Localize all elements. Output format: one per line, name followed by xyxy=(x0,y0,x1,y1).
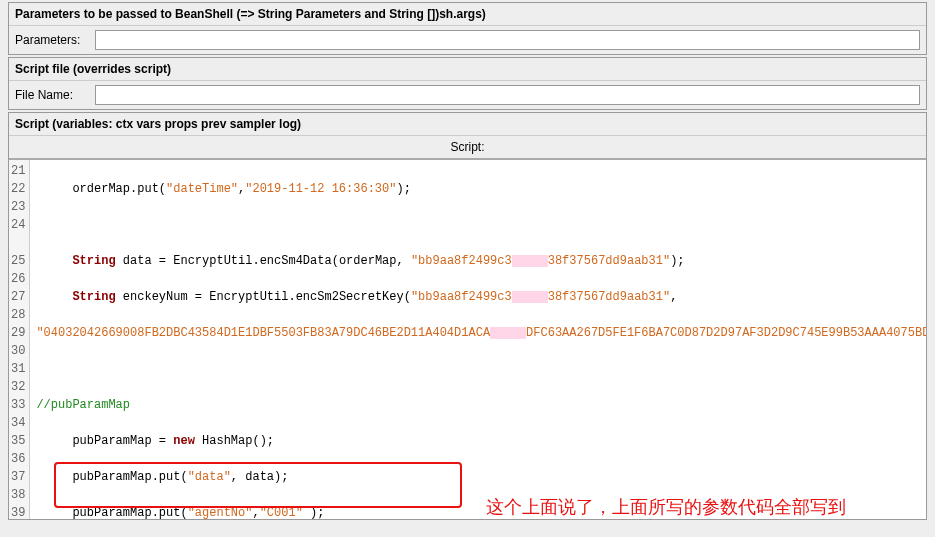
code-content[interactable]: orderMap.put("dateTime","2019-11-12 16:3… xyxy=(30,160,926,519)
params-panel: Parameters to be passed to BeanShell (=>… xyxy=(8,2,927,55)
annotation-text: 这个上面说了，上面所写的参数代码全部写到 jsonParams里面去了。然后我们… xyxy=(486,442,866,519)
parameters-label: Parameters: xyxy=(15,33,95,47)
parameters-row: Parameters: xyxy=(9,26,926,54)
params-header: Parameters to be passed to BeanShell (=>… xyxy=(9,3,926,26)
script-panel: Script (variables: ctx vars props prev s… xyxy=(8,112,927,520)
parameters-input[interactable] xyxy=(95,30,920,50)
script-label: Script: xyxy=(9,136,926,159)
filename-input[interactable] xyxy=(95,85,920,105)
line-gutter: 2122232425262728293031323334353637383940… xyxy=(9,160,30,519)
script-section-header: Script (variables: ctx vars props prev s… xyxy=(9,113,926,136)
annotation-box xyxy=(54,462,462,508)
filename-label: File Name: xyxy=(15,88,95,102)
scriptfile-panel: Script file (overrides script) File Name… xyxy=(8,57,927,110)
scriptfile-header: Script file (overrides script) xyxy=(9,58,926,81)
filename-row: File Name: xyxy=(9,81,926,109)
code-editor[interactable]: 2122232425262728293031323334353637383940… xyxy=(9,159,926,519)
